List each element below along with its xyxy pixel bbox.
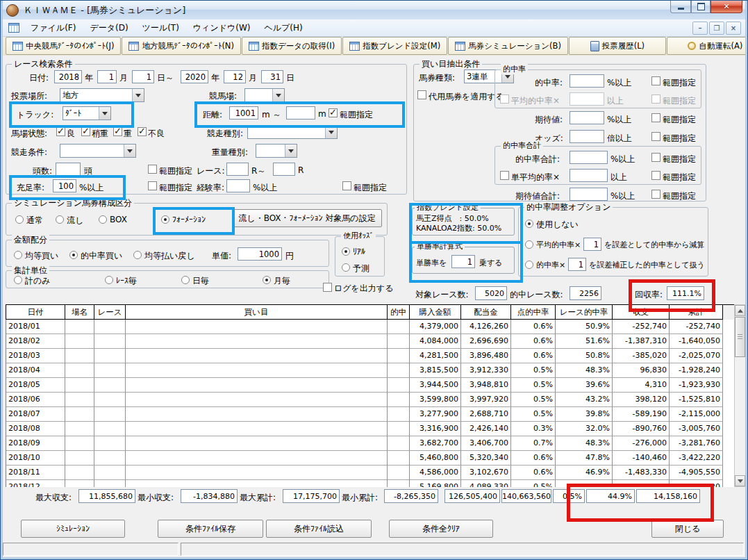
toolbar-local-import-button[interactable]: 地方競馬ﾃﾞｰﾀのｲﾝﾎﾟｰﾄ(N) — [122, 37, 241, 55]
expected-total-input[interactable] — [570, 188, 608, 201]
chevron-down-icon[interactable] — [99, 107, 110, 120]
allocation-hit-rate-radio[interactable] — [69, 251, 78, 259]
toolbar-index-blend-button[interactable]: 指数ブレンド設定(M) — [342, 37, 447, 55]
odds-predicted-radio[interactable] — [342, 263, 350, 272]
sufficiency-input[interactable] — [53, 179, 76, 192]
avg-single-input[interactable] — [570, 169, 608, 182]
load-conditions-button[interactable]: 条件ﾌｧｲﾙ読込 — [266, 520, 372, 538]
odds-range-checkbox[interactable] — [651, 132, 660, 141]
track-select[interactable]: ﾀﾞｰﾄ — [63, 106, 111, 120]
composition-box-radio[interactable] — [99, 215, 107, 224]
table-row[interactable]: 2018/034,281,5003,896,4800.6%50.8%-385,0… — [6, 349, 734, 363]
hit-total-range-checkbox[interactable] — [651, 153, 660, 162]
hit-total-input[interactable] — [570, 151, 608, 164]
race-condition-select[interactable] — [60, 144, 136, 158]
chevron-down-icon[interactable] — [285, 145, 297, 157]
date-year-from-input[interactable] — [54, 70, 82, 83]
condition-bad-checkbox[interactable] — [138, 127, 147, 136]
date-year-to-input[interactable] — [181, 70, 208, 83]
aggregation-daily-radio[interactable] — [181, 276, 190, 284]
vertical-scrollbar[interactable] — [734, 304, 746, 487]
header-bets[interactable]: 買い目 — [126, 305, 388, 320]
save-conditions-button[interactable]: 条件ﾌｧｲﾙ保存 — [158, 520, 263, 538]
minimize-button[interactable] — [670, 0, 691, 13]
table-row[interactable]: 2018/125,169,8004,089,3300.5%-5,086,020 — [6, 480, 734, 487]
mdi-close-button[interactable]: × — [726, 22, 741, 35]
menu-help[interactable]: ヘルプ(H) — [257, 20, 309, 36]
chevron-down-icon[interactable] — [132, 89, 144, 101]
date-month-to-input[interactable] — [224, 70, 246, 83]
substitute-bet-checkbox[interactable] — [417, 90, 426, 99]
toolbar-auto-run-button[interactable]: 自動運転(A) — [667, 37, 748, 55]
condition-heavy-checkbox[interactable] — [113, 127, 122, 136]
avg-hit-rate-checkbox[interactable] — [500, 94, 509, 104]
condition-slightly-heavy-checkbox[interactable] — [81, 127, 90, 136]
experience-range-checkbox[interactable] — [342, 181, 351, 190]
avg-single-range-checkbox[interactable] — [651, 171, 660, 180]
expected-total-range-checkbox[interactable] — [651, 190, 660, 199]
table-row[interactable]: 2018/105,460,8005,320,3400.6%47.8%-140,4… — [6, 451, 734, 466]
heads-range-checkbox[interactable] — [148, 165, 157, 174]
odds-input[interactable] — [570, 130, 604, 143]
mdi-minimize-button[interactable]: – — [692, 22, 708, 35]
adjust-correct-radio[interactable] — [525, 261, 533, 269]
menu-data[interactable]: データ(D) — [83, 20, 135, 36]
weight-type-select[interactable] — [256, 144, 297, 158]
adjust-subtract-input[interactable] — [583, 238, 601, 251]
composition-nagashi-radio[interactable] — [56, 215, 64, 224]
voting-place-select[interactable]: 地方 — [60, 88, 144, 102]
composition-normal-radio[interactable] — [15, 215, 24, 224]
toolbar-vote-history-button[interactable]: 投票履歴(L) — [569, 37, 666, 55]
condition-good-checkbox[interactable] — [56, 127, 65, 136]
toolbar-index-data-button[interactable]: 指数データの取得(I) — [242, 37, 342, 55]
table-row[interactable]: 2018/024,084,0002,696,6900.6%51.6%-1,387… — [6, 334, 734, 349]
scroll-down-button[interactable] — [735, 475, 745, 486]
adjust-none-radio[interactable] — [525, 220, 533, 228]
expected-value-range-checkbox[interactable] — [651, 113, 660, 122]
mdi-restore-button[interactable]: ❐ — [709, 22, 724, 35]
expected-value-input[interactable] — [570, 111, 604, 124]
simulate-button[interactable]: ｼﾐｭﾚｰｼｮﾝ — [21, 520, 125, 538]
restore-button[interactable] — [691, 0, 710, 13]
race-no-from-input[interactable] — [226, 163, 249, 176]
target-horse-settings-button[interactable]: 流し・BOX・ﾌｫｰﾒｰｼｮﾝ 対象馬の設定 — [232, 209, 382, 227]
distance-to-input[interactable] — [286, 106, 315, 120]
header-balance[interactable]: 収支 — [613, 305, 670, 320]
toolbar-central-import-button[interactable]: 中央競馬ﾃﾞｰﾀのｲﾝﾎﾟｰﾄ(J) — [6, 37, 121, 55]
close-button[interactable]: ✕ — [710, 0, 742, 13]
header-race[interactable]: レース — [94, 305, 126, 320]
avg-single-checkbox[interactable] — [500, 171, 509, 180]
header-race-rate[interactable]: レース的中率 — [556, 305, 613, 320]
table-row[interactable]: 2018/093,682,7003,406,7000.7%48.3%-276,0… — [6, 436, 734, 451]
course-select[interactable] — [244, 88, 285, 102]
date-month-from-input[interactable] — [97, 70, 117, 83]
adjust-subtract-radio[interactable] — [525, 240, 533, 249]
chevron-down-icon[interactable] — [272, 89, 284, 101]
experience-input[interactable] — [226, 179, 250, 192]
allocation-equal-payout-radio[interactable] — [133, 251, 142, 259]
race-type-select[interactable] — [247, 125, 338, 139]
aggregation-per-race-radio[interactable] — [105, 276, 113, 284]
avg-hit-rate-range-checkbox[interactable] — [651, 94, 660, 104]
distance-range-checkbox[interactable] — [329, 108, 338, 117]
menu-window[interactable]: ウィンドウ(W) — [186, 20, 258, 36]
win-formula-input[interactable] — [451, 255, 475, 268]
scroll-up-button[interactable] — [735, 305, 745, 316]
heads-input[interactable] — [56, 163, 81, 176]
composition-formation-radio[interactable] — [161, 215, 169, 224]
scrollbar-thumb[interactable] — [735, 317, 745, 357]
aggregation-total-only-radio[interactable] — [14, 276, 22, 284]
distance-from-input[interactable] — [229, 106, 258, 120]
log-output-checkbox[interactable] — [323, 283, 332, 292]
header-cumulative[interactable]: 累計 — [670, 305, 723, 320]
table-row[interactable]: 2018/073,277,9002,688,7100.5%39.8%-589,1… — [6, 407, 734, 422]
clear-conditions-button[interactable]: 条件全ｸﾘｱ — [389, 520, 493, 538]
table-row[interactable]: 2018/114,586,0003,102,6700.6%46.9%-1,483… — [6, 466, 734, 480]
adjust-correct-input[interactable] — [568, 258, 586, 271]
hit-rate-input[interactable] — [570, 74, 604, 88]
chevron-down-icon[interactable] — [325, 126, 337, 138]
menu-tools[interactable]: ツール(T) — [135, 20, 186, 36]
table-row[interactable]: 2018/083,316,9002,426,1400.3%32.0%-890,7… — [6, 422, 734, 436]
header-hit[interactable]: 的中 — [388, 305, 410, 320]
hit-rate-range-checkbox[interactable] — [651, 76, 660, 85]
